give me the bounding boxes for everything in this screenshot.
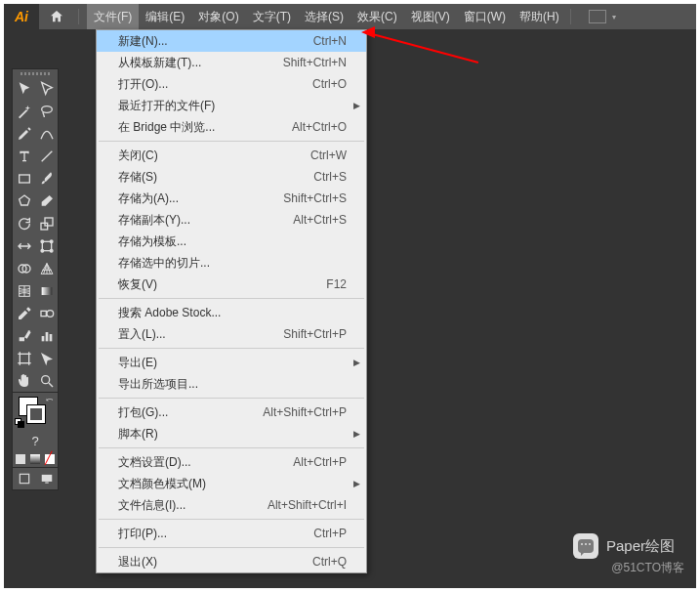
- menu-item[interactable]: 存储副本(Y)...Alt+Ctrl+S: [97, 209, 366, 231]
- line-tool-icon[interactable]: [35, 145, 58, 167]
- menu-item-shortcut: Ctrl+W: [310, 148, 347, 162]
- scale-tool-icon[interactable]: [35, 212, 58, 234]
- menubar-item[interactable]: 视图(V): [404, 4, 457, 29]
- direct-selection-tool-icon[interactable]: [35, 77, 58, 100]
- color-mode-icon[interactable]: [13, 451, 27, 467]
- perspective-grid-tool-icon[interactable]: [35, 257, 58, 279]
- menu-separator: [99, 348, 364, 349]
- default-fill-stroke-icon[interactable]: [15, 418, 24, 428]
- menu-item-shortcut: Shift+Ctrl+P: [283, 327, 347, 341]
- gradient-tool-icon[interactable]: [35, 279, 58, 302]
- mesh-tool-icon[interactable]: [13, 279, 35, 302]
- hand-tool-icon[interactable]: [13, 369, 35, 392]
- menu-item[interactable]: 最近打开的文件(F)▶: [97, 95, 366, 116]
- stroke-swatch[interactable]: [26, 404, 46, 424]
- menu-item[interactable]: 打印(P)...Ctrl+P: [97, 523, 366, 544]
- svg-rect-3: [45, 218, 53, 226]
- quick-mode-button[interactable]: ?: [13, 430, 58, 451]
- svg-point-0: [41, 106, 52, 112]
- panel-drag-handle[interactable]: [13, 69, 58, 77]
- home-icon[interactable]: [39, 4, 74, 29]
- menu-item-label: 存储为模板...: [118, 233, 352, 250]
- menubar-item[interactable]: 文件(F): [87, 4, 139, 29]
- menu-item[interactable]: 文档颜色模式(M)▶: [97, 473, 366, 494]
- svg-rect-18: [20, 354, 28, 362]
- lasso-tool-icon[interactable]: [35, 100, 58, 122]
- magic-wand-tool-icon[interactable]: [13, 100, 35, 122]
- curvature-tool-icon[interactable]: [35, 122, 58, 145]
- menu-item-label: 置入(L)...: [118, 326, 283, 343]
- menubar-item[interactable]: 对象(O): [191, 4, 245, 29]
- menu-item-shortcut: Ctrl+O: [312, 77, 347, 91]
- shape-builder-tool-icon[interactable]: [13, 257, 35, 279]
- menu-item[interactable]: 打开(O)...Ctrl+O: [97, 73, 366, 95]
- menu-item[interactable]: 打包(G)...Alt+Shift+Ctrl+P: [97, 402, 366, 423]
- chevron-down-icon[interactable]: ▾: [612, 13, 616, 21]
- menu-item-shortcut: Alt+Shift+Ctrl+P: [263, 405, 347, 419]
- menu-item[interactable]: 脚本(R)▶: [97, 423, 366, 444]
- menubar-item[interactable]: 选择(S): [298, 4, 350, 29]
- type-tool-icon[interactable]: [13, 145, 35, 167]
- menu-item-label: 脚本(R): [118, 426, 352, 443]
- blend-tool-icon[interactable]: [35, 302, 58, 324]
- menu-item[interactable]: 关闭(C)Ctrl+W: [97, 145, 366, 166]
- menu-item[interactable]: 从模板新建(T)...Shift+Ctrl+N: [97, 52, 366, 73]
- watermark-subtext: @51CTO博客: [611, 560, 684, 576]
- eyedropper-tool-icon[interactable]: [13, 302, 35, 324]
- symbol-sprayer-tool-icon[interactable]: [13, 324, 35, 347]
- selection-tool-icon[interactable]: [13, 77, 35, 100]
- gradient-mode-icon[interactable]: [27, 451, 42, 467]
- menu-item[interactable]: 存储为(A)...Shift+Ctrl+S: [97, 188, 366, 209]
- slice-tool-icon[interactable]: [35, 347, 58, 369]
- menubar-item[interactable]: 效果(C): [350, 4, 404, 29]
- menu-item[interactable]: 导出(E)▶: [97, 352, 366, 373]
- pen-tool-icon[interactable]: [13, 122, 35, 145]
- workspace-switcher-icon[interactable]: [589, 10, 606, 23]
- menubar-item[interactable]: 窗口(W): [457, 4, 513, 29]
- menubar-item[interactable]: 文字(T): [246, 4, 298, 29]
- svg-rect-12: [41, 287, 52, 295]
- menu-item-label: 存储为(A)...: [118, 190, 283, 207]
- column-graph-tool-icon[interactable]: [35, 324, 58, 347]
- menu-item-label: 文档颜色模式(M): [118, 476, 352, 492]
- svg-rect-17: [49, 334, 52, 341]
- free-transform-tool-icon[interactable]: [35, 234, 58, 257]
- menu-item[interactable]: 存储(S)Ctrl+S: [97, 166, 366, 188]
- swap-fill-stroke-icon[interactable]: ⤺: [46, 395, 54, 404]
- menu-item[interactable]: 恢复(V)F12: [97, 274, 366, 295]
- submenu-arrow-icon: ▶: [353, 429, 360, 439]
- menubar: Ai 文件(F)编辑(E)对象(O)文字(T)选择(S)效果(C)视图(V)窗口…: [4, 4, 696, 29]
- screen-mode-icon[interactable]: [35, 468, 58, 489]
- fill-stroke-swatches[interactable]: ⤺: [13, 393, 58, 430]
- zoom-tool-icon[interactable]: [35, 369, 58, 392]
- menubar-item[interactable]: 帮助(H): [513, 4, 566, 29]
- eraser-tool-icon[interactable]: [35, 190, 58, 212]
- menu-item-label: 退出(X): [118, 554, 312, 571]
- menu-item[interactable]: 文件信息(I)...Alt+Shift+Ctrl+I: [97, 494, 366, 516]
- menu-item[interactable]: 置入(L)...Shift+Ctrl+P: [97, 323, 366, 345]
- menu-item[interactable]: 导出所选项目...: [97, 373, 366, 395]
- menu-item-shortcut: Alt+Ctrl+S: [293, 213, 347, 227]
- file-menu-dropdown: 新建(N)...Ctrl+N从模板新建(T)...Shift+Ctrl+N打开(…: [96, 29, 367, 573]
- menu-item[interactable]: 存储选中的切片...: [97, 252, 366, 274]
- menu-item-label: 打包(G)...: [118, 404, 263, 421]
- menu-item[interactable]: 存储为模板...: [97, 231, 366, 252]
- menu-item[interactable]: 搜索 Adobe Stock...: [97, 302, 366, 323]
- artboard-tool-icon[interactable]: [13, 347, 35, 369]
- menu-item[interactable]: 新建(N)...Ctrl+N: [97, 30, 366, 52]
- draw-mode-icon[interactable]: [13, 468, 35, 489]
- menu-item-label: 存储选中的切片...: [118, 255, 352, 272]
- menubar-item[interactable]: 编辑(E): [139, 4, 191, 29]
- svg-rect-22: [45, 483, 49, 484]
- menu-item-shortcut: Ctrl+S: [313, 170, 347, 184]
- rotate-tool-icon[interactable]: [13, 212, 35, 234]
- rectangle-tool-icon[interactable]: [13, 167, 35, 190]
- width-tool-icon[interactable]: [13, 234, 35, 257]
- menu-item-shortcut: Alt+Shift+Ctrl+I: [268, 498, 347, 512]
- menu-item[interactable]: 文档设置(D)...Alt+Ctrl+P: [97, 451, 366, 473]
- none-mode-icon[interactable]: ╱: [42, 451, 57, 467]
- menu-item[interactable]: 退出(X)Ctrl+Q: [97, 551, 366, 572]
- paintbrush-tool-icon[interactable]: [35, 167, 58, 190]
- menu-item[interactable]: 在 Bridge 中浏览...Alt+Ctrl+O: [97, 116, 366, 138]
- shaper-tool-icon[interactable]: [13, 190, 35, 212]
